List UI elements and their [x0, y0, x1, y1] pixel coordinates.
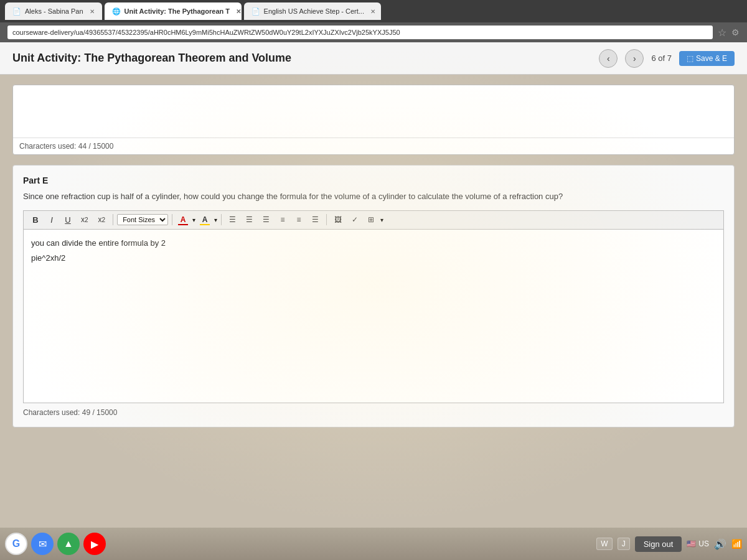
underline-button[interactable]: U [61, 213, 75, 226]
drive-icon[interactable]: ▲ [57, 533, 80, 555]
font-color-button[interactable]: A [176, 213, 190, 226]
dropdown-arrow-highlight[interactable]: ▾ [214, 217, 217, 223]
tab-close-aleks[interactable]: ✕ [90, 8, 95, 15]
page-content: Unit Activity: The Pythagorean Theorem a… [0, 42, 747, 528]
highlight-color-button[interactable]: A [198, 213, 212, 226]
italic-button[interactable]: I [45, 213, 59, 226]
tab-english[interactable]: 📄 English US Achieve Step - Cert... ✕ [244, 2, 381, 20]
toolbar-separator-2 [172, 214, 172, 225]
us-flag-icon: 🇺🇸 [687, 539, 696, 548]
ordered-list-button[interactable]: ☰ [242, 213, 256, 226]
page-title: Unit Activity: The Pythagorean Theorem a… [12, 52, 591, 65]
window-icon-j[interactable]: J [618, 538, 630, 550]
page-header: Unit Activity: The Pythagorean Theorem a… [0, 42, 747, 75]
tab-aleks[interactable]: 📄 Aleks - Sabina Pan ✕ [5, 2, 102, 20]
address-input[interactable] [7, 26, 713, 39]
align-right-button[interactable]: ☰ [308, 213, 322, 226]
drive-symbol: ▲ [63, 538, 73, 549]
color-underline [178, 224, 188, 225]
tab-label-active: Unit Activity: The Pythagorean T [125, 7, 230, 15]
taskbar-right: W J Sign out 🇺🇸 US 🔊 📶 [596, 536, 742, 552]
bold-button[interactable]: B [29, 213, 42, 226]
main-area: Characters used: 44 / 15000 Part E Since… [0, 75, 747, 437]
tab-icon: 📄 [12, 7, 21, 16]
table-button[interactable]: ⊞ [364, 213, 378, 226]
tab-icon-active: 🌐 [112, 7, 121, 16]
tab-icon-english: 📄 [251, 7, 260, 16]
taskbar: G ✉ ▲ ▶ W J Sign out 🇺🇸 US 🔊 📶 [0, 528, 747, 560]
page-counter: 6 of 7 [651, 54, 672, 63]
highlight-a-icon: A [202, 215, 208, 224]
dropdown-arrow-color[interactable]: ▾ [192, 217, 195, 223]
editor-line-1: you can divide the entire formula by 2 [31, 237, 716, 250]
editor-line-2: pie^2xh/2 [31, 252, 716, 265]
font-color-a-icon: A [181, 215, 186, 224]
window-icon-word[interactable]: W [596, 538, 612, 550]
part-e-char-count: Characters used: 49 / 15000 [23, 408, 724, 417]
volume-icon[interactable]: 🔊 [714, 538, 726, 550]
unordered-list-button[interactable]: ☰ [225, 213, 240, 226]
indent-button[interactable]: ☰ [259, 213, 273, 226]
tab-label-english: English US Achieve Step - Cert... [264, 7, 364, 15]
chevron-right-icon: › [633, 54, 636, 63]
subscript-button[interactable]: x2 [95, 213, 110, 226]
save-label: Save & E [696, 54, 727, 63]
font-size-select[interactable]: Font Sizes [117, 214, 168, 225]
save-icon: ⬚ [687, 54, 693, 63]
tab-close-english[interactable]: ✕ [370, 8, 375, 15]
extensions-icon[interactable]: ⚙ [731, 27, 740, 37]
part-e-label: Part E [23, 175, 724, 185]
address-bar: ☆ ⚙ [0, 22, 747, 42]
language-label: US [698, 539, 709, 548]
toolbar-separator-1 [113, 214, 113, 225]
align-left-button[interactable]: ≡ [276, 213, 289, 226]
google-logo: G [12, 538, 20, 549]
dropdown-arrow-table[interactable]: ▾ [380, 217, 383, 223]
bookmark-icon[interactable]: ☆ [718, 27, 726, 39]
align-center-button[interactable]: ≡ [292, 213, 306, 226]
editor-content-area[interactable]: you can divide the entire formula by 2 p… [23, 229, 724, 403]
chevron-left-icon: ‹ [607, 54, 610, 63]
nav-prev-button[interactable]: ‹ [599, 49, 618, 68]
tab-label: Aleks - Sabina Pan [25, 7, 83, 15]
mail-symbol: ✉ [39, 538, 47, 550]
google-icon[interactable]: G [5, 533, 27, 555]
sign-out-button[interactable]: Sign out [635, 536, 682, 552]
editor-toolbar: B I U x2 x2 Font Sizes A ▾ A [23, 210, 724, 229]
image-button[interactable]: 🖼 [331, 213, 345, 226]
tab-close-unit[interactable]: ✕ [236, 8, 241, 15]
top-text-section: Characters used: 44 / 15000 [12, 85, 735, 155]
mail-icon[interactable]: ✉ [31, 533, 54, 555]
youtube-symbol: ▶ [91, 538, 98, 550]
tab-unit-activity[interactable]: 🌐 Unit Activity: The Pythagorean T ✕ [105, 2, 242, 20]
top-text-area[interactable] [13, 85, 734, 135]
nav-next-button[interactable]: › [625, 49, 644, 68]
top-char-count: Characters used: 44 / 15000 [13, 138, 734, 154]
language-indicator[interactable]: 🇺🇸 US [687, 539, 709, 548]
highlight-underline [200, 224, 210, 225]
toolbar-separator-3 [221, 214, 222, 225]
youtube-icon[interactable]: ▶ [83, 533, 106, 555]
check-button[interactable]: ✓ [348, 213, 362, 226]
browser-tabs-bar: 📄 Aleks - Sabina Pan ✕ 🌐 Unit Activity: … [0, 0, 747, 22]
network-icon[interactable]: 📶 [731, 539, 742, 549]
part-e-question: Since one refraction cup is half of a cy… [23, 190, 724, 203]
save-button[interactable]: ⬚ Save & E [679, 51, 735, 66]
superscript-button[interactable]: x2 [77, 213, 92, 226]
part-e-section: Part E Since one refraction cup is half … [12, 165, 735, 427]
toolbar-separator-4 [326, 214, 327, 225]
